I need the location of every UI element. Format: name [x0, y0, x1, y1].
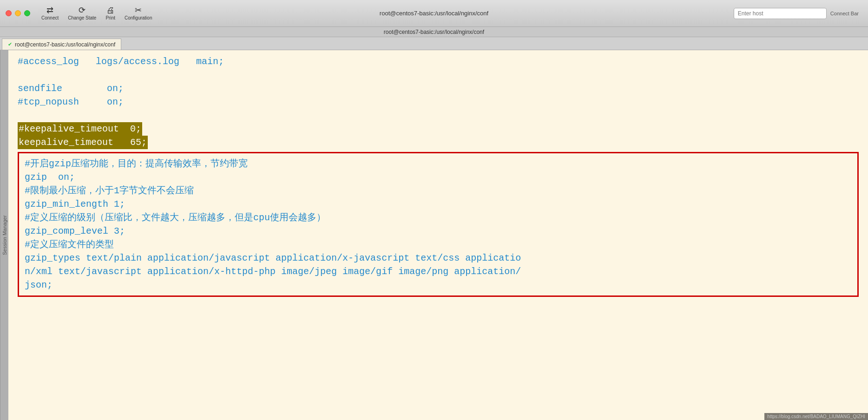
traffic-lights — [6, 10, 30, 16]
title-bar: ⇄ Connect ⟳ Change State 🖨 Print ✂ Confi… — [0, 0, 868, 27]
connect-bar-area: Connect Bar — [734, 8, 859, 19]
line-gzip-min-length: gzip_min_length 1; — [25, 197, 852, 211]
line-gzip-types-3: json; — [25, 278, 852, 292]
line-gzip-types-1: gzip_types text/plain application/javasc… — [25, 251, 852, 265]
configuration-button[interactable]: ✂ Configuration — [121, 5, 156, 21]
print-label: Print — [105, 15, 115, 20]
line-gzip-level-comment: #定义压缩的级别（压缩比，文件越大，压缩越多，但是cpu使用会越多） — [25, 211, 852, 224]
line-sendfile: sendfile on; — [18, 82, 859, 95]
terminal-tab[interactable]: ✔ root@centos7-basic:/usr/local/nginx/co… — [2, 39, 121, 50]
line-blank-2 — [18, 109, 859, 122]
keepalive-comment-highlight: #keepalive_timeout 0; — [18, 122, 142, 136]
configuration-label: Configuration — [125, 15, 152, 20]
line-access-log: #access_log logs/access.log main; — [18, 55, 859, 68]
attribution-text: https://blog.csdn.net/BADAO_LIUMANG_QIZH… — [767, 414, 865, 419]
connect-button[interactable]: ⇄ Connect — [38, 5, 62, 21]
session-manager-sidebar[interactable]: Session Manager — [0, 50, 8, 420]
keepalive-directive-highlight: keepalive_timeout 65; — [18, 136, 148, 149]
change-state-icon: ⟳ — [79, 6, 85, 14]
main-area: Session Manager #access_log logs/access.… — [0, 50, 868, 420]
line-gzip-comment1: #开启gzip压缩功能，目的：提高传输效率，节约带宽 — [25, 157, 852, 171]
line-tcp-nopush: #tcp_nopush on; — [18, 95, 859, 109]
minimize-button[interactable] — [15, 10, 21, 16]
maximize-button[interactable] — [24, 10, 30, 16]
connect-bar-label: Connect Bar — [830, 11, 859, 16]
terminal[interactable]: #access_log logs/access.log main; sendfi… — [8, 50, 868, 420]
tab-check-icon: ✔ — [8, 41, 12, 47]
status-text: root@centos7-basic:/usr/local/nginx/conf — [384, 29, 484, 35]
line-gzip-comp-level: gzip_comp_level 3; — [25, 224, 852, 238]
line-keepalive-comment: #keepalive_timeout 0; — [18, 122, 859, 136]
configuration-icon: ✂ — [135, 6, 142, 14]
change-state-button[interactable]: ⟳ Change State — [64, 5, 100, 21]
bottom-attribution: https://blog.csdn.net/BADAO_LIUMANG_QIZH… — [764, 413, 868, 420]
toolbar: ⇄ Connect ⟳ Change State 🖨 Print ✂ Confi… — [38, 5, 156, 21]
line-gzip-min-comment: #限制最小压缩，小于1字节文件不会压缩 — [25, 184, 852, 197]
session-manager-label: Session Manager — [2, 215, 7, 255]
connect-host-input[interactable] — [734, 8, 827, 19]
status-bar: root@centos7-basic:/usr/local/nginx/conf — [0, 27, 868, 37]
print-button[interactable]: 🖨 Print — [102, 5, 119, 21]
change-state-label: Change State — [68, 15, 96, 20]
tab-bar: ✔ root@centos7-basic:/usr/local/nginx/co… — [0, 37, 868, 50]
connect-label: Connect — [41, 15, 59, 20]
line-gzip-types-comment: #定义压缩文件的类型 — [25, 238, 852, 251]
connect-icon: ⇄ — [46, 6, 53, 14]
line-keepalive-directive: keepalive_timeout 65; — [18, 136, 859, 149]
close-button[interactable] — [6, 10, 12, 16]
tab-label: root@centos7-basic:/usr/local/nginx/conf — [15, 41, 115, 48]
red-box-section: #开启gzip压缩功能，目的：提高传输效率，节约带宽 gzip on; #限制最… — [18, 152, 859, 297]
line-gzip-on: gzip on; — [25, 171, 852, 184]
line-gzip-types-2: n/xml text/javascript application/x-http… — [25, 265, 852, 278]
print-icon: 🖨 — [106, 6, 115, 14]
line-blank-1 — [18, 68, 859, 82]
window-title: root@centos7-basic:/usr/local/nginx/conf — [380, 10, 488, 17]
